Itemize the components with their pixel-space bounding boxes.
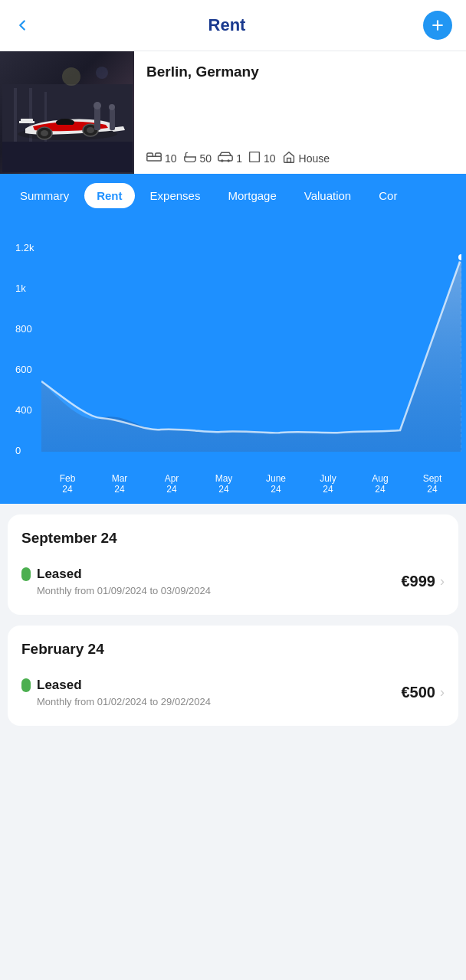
property-location: Berlin, Germany xyxy=(146,64,457,80)
content-area: September 24 Leased Monthly from 01/09/2… xyxy=(0,514,466,749)
tabs-container: Summary Rent Expenses Mortgage Valuation… xyxy=(0,174,466,217)
lease-title-row-feb: Leased xyxy=(21,678,211,693)
bed-icon xyxy=(146,152,162,165)
x-label-apr: Apr24 xyxy=(146,473,198,495)
svg-rect-16 xyxy=(94,107,100,130)
svg-rect-22 xyxy=(147,156,161,161)
chart-y-labels: 1.2k 1k 800 600 400 0 xyxy=(15,242,34,456)
property-card: Berlin, Germany 10 xyxy=(0,51,466,174)
svg-point-20 xyxy=(62,67,80,86)
svg-point-25 xyxy=(228,159,230,162)
x-label-feb: Feb24 xyxy=(41,473,94,495)
x-label-may: May24 xyxy=(198,473,250,495)
lease-item-september[interactable]: Leased Monthly from 01/09/2024 to 03/09/… xyxy=(21,559,445,609)
svg-point-17 xyxy=(94,102,101,109)
lease-title-row-sep: Leased xyxy=(21,567,211,582)
y-label-1k: 1k xyxy=(15,283,34,294)
section-february: February 24 Leased Monthly from 01/02/20… xyxy=(8,626,458,726)
section-september-title: September 24 xyxy=(21,530,445,547)
svg-point-19 xyxy=(109,104,115,110)
property-info: Berlin, Germany 10 xyxy=(134,51,466,174)
header: Rent xyxy=(0,0,466,51)
svg-point-24 xyxy=(221,159,223,162)
lease-right-sep: €999 › xyxy=(402,573,445,590)
green-dot-feb xyxy=(21,678,31,692)
stat-beds: 10 xyxy=(146,152,177,165)
lease-item-february[interactable]: Leased Monthly from 01/02/2024 to 29/02/… xyxy=(21,670,445,720)
green-dot-sep xyxy=(21,567,31,581)
chart-area: 1.2k 1k 800 600 400 0 xyxy=(0,217,466,504)
svg-point-29 xyxy=(458,253,461,261)
chart-svg xyxy=(41,230,458,455)
section-september: September 24 Leased Monthly from 01/09/2… xyxy=(8,514,458,615)
add-button[interactable] xyxy=(423,11,452,40)
chart-x-labels: Feb24 Mar24 Apr24 May24 June24 July24 Au… xyxy=(41,467,458,504)
baths-count: 50 xyxy=(200,152,212,165)
x-label-aug: Aug24 xyxy=(354,473,406,495)
svg-rect-18 xyxy=(110,109,115,130)
y-label-400: 400 xyxy=(15,404,34,416)
svg-rect-15 xyxy=(50,125,73,129)
svg-rect-23 xyxy=(218,155,232,161)
svg-point-13 xyxy=(87,127,94,133)
beds-count: 10 xyxy=(165,152,177,165)
bath-icon xyxy=(183,151,197,166)
lease-label-sep: Leased xyxy=(37,567,82,582)
x-label-jul: July24 xyxy=(302,473,354,495)
svg-rect-2 xyxy=(2,138,133,172)
lease-amount-feb: €500 xyxy=(402,684,436,701)
chevron-right-feb-icon: › xyxy=(440,684,445,701)
section-february-title: February 24 xyxy=(21,641,445,658)
garage-count: 1 xyxy=(236,152,242,165)
car-icon xyxy=(218,152,233,165)
area-count: 10 xyxy=(264,152,276,165)
tab-valuation[interactable]: Valuation xyxy=(292,183,363,208)
svg-rect-4 xyxy=(14,88,17,142)
area-icon xyxy=(248,151,261,166)
tab-rent[interactable]: Rent xyxy=(84,183,134,208)
lease-left-feb: Leased Monthly from 01/02/2024 to 29/02/… xyxy=(21,678,211,707)
lease-left-sep: Leased Monthly from 01/09/2024 to 03/09/… xyxy=(21,567,211,596)
lease-amount-sep: €999 xyxy=(402,573,436,590)
house-icon xyxy=(282,151,296,166)
stat-area: 10 xyxy=(248,151,276,166)
stat-garage: 1 xyxy=(218,152,242,165)
property-type: House xyxy=(299,152,330,165)
lease-period-feb: Monthly from 01/02/2024 to 29/02/2024 xyxy=(37,696,211,707)
x-label-jun: June24 xyxy=(250,473,302,495)
back-button[interactable] xyxy=(14,17,31,34)
stat-baths: 50 xyxy=(183,151,212,166)
chevron-right-sep-icon: › xyxy=(440,573,445,590)
lease-right-feb: €500 › xyxy=(402,684,445,701)
lease-period-sep: Monthly from 01/09/2024 to 03/09/2024 xyxy=(37,585,211,596)
svg-rect-9 xyxy=(21,119,33,122)
tab-summary[interactable]: Summary xyxy=(8,183,81,208)
tab-cor[interactable]: Cor xyxy=(366,183,409,208)
svg-rect-26 xyxy=(250,152,260,162)
stat-type: House xyxy=(282,151,330,166)
page-title: Rent xyxy=(208,15,246,35)
lease-label-feb: Leased xyxy=(37,678,82,693)
x-label-sept: Sept24 xyxy=(406,473,458,495)
property-image xyxy=(0,51,134,174)
y-label-600: 600 xyxy=(15,364,34,375)
y-label-0: 0 xyxy=(15,445,34,456)
y-label-1.2k: 1.2k xyxy=(15,242,34,253)
svg-point-11 xyxy=(41,130,48,136)
tab-expenses[interactable]: Expenses xyxy=(138,183,213,208)
property-stats: 10 50 xyxy=(146,151,457,166)
tab-mortgage[interactable]: Mortgage xyxy=(215,183,288,208)
svg-point-21 xyxy=(96,67,108,79)
y-label-800: 800 xyxy=(15,323,34,335)
svg-rect-27 xyxy=(287,158,290,163)
x-label-mar: Mar24 xyxy=(94,473,146,495)
